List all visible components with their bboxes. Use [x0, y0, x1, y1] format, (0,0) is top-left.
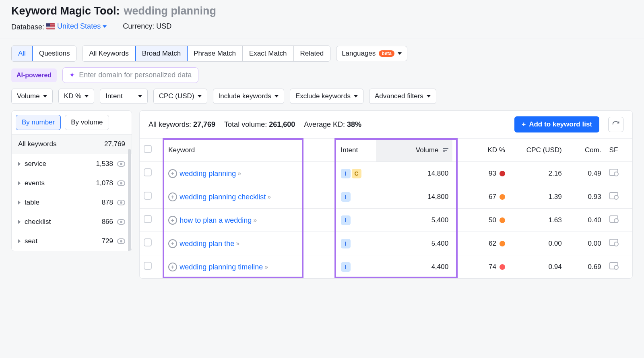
chevron-down-icon [398, 52, 402, 55]
col-cpc[interactable]: CPC (USD) [509, 139, 566, 162]
row-checkbox[interactable] [144, 168, 152, 176]
chevron-down-icon [354, 95, 358, 97]
sidebar-item-label: seat [25, 237, 98, 245]
sidebar-item-label: service [25, 160, 92, 168]
serp-icon[interactable] [609, 192, 618, 199]
sidebar-tab-by-volume[interactable]: By volume [65, 115, 109, 130]
eye-icon[interactable] [117, 161, 125, 167]
chevron-right-icon [18, 239, 21, 243]
tab-related[interactable]: Related [294, 46, 330, 61]
filter-intent[interactable]: Intent [100, 89, 148, 104]
tab-questions[interactable]: Questions [33, 46, 76, 61]
table-row: +wedding planning›› IC 14,800 93 2.16 0.… [140, 162, 632, 185]
row-checkbox[interactable] [144, 262, 152, 270]
eye-icon[interactable] [117, 200, 125, 205]
kd-difficulty-dot [500, 264, 505, 270]
sidebar-item[interactable]: service 1,538 [12, 154, 132, 174]
add-to-keyword-list-button[interactable]: + Add to keyword list [514, 116, 599, 132]
keyword-link[interactable]: wedding planning timeline [180, 263, 263, 271]
cell-kd: 50 [452, 209, 509, 232]
expand-icon[interactable]: + [168, 216, 177, 225]
cell-sf [605, 209, 632, 232]
cell-volume: 5,400 [376, 232, 452, 255]
sidebar: By number By volume All keywords 27,769 … [11, 110, 132, 251]
domain-placeholder: Enter domain for personalized data [79, 71, 192, 79]
kd-difficulty-dot [500, 194, 505, 200]
col-com[interactable]: Com. [566, 139, 605, 162]
cell-com: 0.93 [566, 185, 605, 209]
cell-volume: 14,800 [376, 162, 452, 185]
eye-icon[interactable] [117, 180, 125, 186]
filter-advanced[interactable]: Advanced filters [369, 89, 436, 104]
languages-filter[interactable]: Languages beta [336, 46, 407, 61]
us-flag-icon [46, 23, 55, 29]
filter-cpc[interactable]: CPC (USD) [153, 89, 207, 104]
table-row: +wedding planning timeline›› I 4,400 74 … [140, 255, 632, 279]
intent-badge-i: I [341, 169, 351, 178]
database-label: Database: [11, 23, 44, 31]
eye-icon[interactable] [117, 238, 125, 244]
keyword-link[interactable]: wedding planning checklist [180, 192, 266, 201]
sidebar-item[interactable]: checklist 866 [12, 212, 132, 232]
filter-volume[interactable]: Volume [11, 89, 53, 104]
sidebar-item[interactable]: seat 729 [12, 232, 132, 251]
expand-icon[interactable]: + [168, 192, 177, 201]
eye-icon[interactable] [117, 219, 125, 225]
filter-exclude[interactable]: Exclude keywords [290, 89, 363, 104]
chevron-down-icon [275, 95, 279, 97]
sidebar-item[interactable]: table 878 [12, 193, 132, 212]
serp-icon[interactable] [609, 262, 618, 269]
row-checkbox[interactable] [144, 215, 152, 223]
cell-kd: 67 [452, 185, 509, 209]
col-intent[interactable]: Intent [337, 139, 376, 162]
filter-include[interactable]: Include keywords [213, 89, 284, 104]
serp-icon[interactable] [609, 215, 618, 223]
database-selector[interactable]: Database: United States [11, 22, 107, 31]
sidebar-item-count: 729 [102, 237, 113, 245]
select-all-checkbox[interactable] [144, 145, 152, 153]
col-sf[interactable]: SF [605, 139, 632, 162]
sidebar-item[interactable]: events 1,078 [12, 174, 132, 193]
expand-icon[interactable]: + [168, 169, 177, 178]
col-keyword[interactable]: Keyword [164, 139, 336, 162]
cell-com: 0.40 [566, 209, 605, 232]
cell-intent: I [337, 185, 376, 209]
keyword-link[interactable]: wedding planning [180, 169, 236, 177]
tab-phrase-match[interactable]: Phrase Match [187, 46, 243, 61]
database-value: United States [57, 22, 101, 31]
cell-com: 0.00 [566, 232, 605, 255]
col-volume[interactable]: Volume [376, 139, 452, 162]
row-checkbox[interactable] [144, 192, 152, 200]
col-kd[interactable]: KD % [452, 139, 509, 162]
keyword-link[interactable]: how to plan a wedding [180, 216, 252, 224]
row-checkbox[interactable] [144, 238, 152, 246]
sidebar-item-label: events [25, 179, 92, 187]
sidebar-tab-by-number[interactable]: By number [16, 115, 61, 130]
match-type-group: All Keywords Broad Match Phrase Match Ex… [82, 46, 330, 62]
chevron-down-icon [103, 25, 107, 28]
sidebar-item-count: 1,078 [96, 179, 113, 187]
cell-volume: 14,800 [376, 185, 452, 209]
serp-icon[interactable] [609, 239, 618, 246]
cell-cpc: 0.94 [509, 255, 566, 279]
refresh-button[interactable] [608, 117, 623, 132]
sparkle-icon: ✦ [69, 71, 75, 79]
expand-icon[interactable]: + [168, 263, 177, 271]
tab-all-keywords[interactable]: All Keywords [83, 46, 135, 61]
refresh-icon [612, 120, 620, 128]
expand-icon[interactable]: + [168, 239, 177, 248]
tab-exact-match[interactable]: Exact Match [243, 46, 294, 61]
table-row: +wedding planning checklist›› I 14,800 6… [140, 185, 632, 209]
scrollbar[interactable] [128, 149, 131, 251]
sidebar-all-keywords[interactable]: All keywords 27,769 [12, 134, 132, 154]
domain-input[interactable]: ✦ Enter domain for personalized data [62, 67, 198, 83]
plus-icon: + [522, 120, 526, 128]
sidebar-item-count: 878 [102, 199, 113, 207]
cell-kd: 62 [452, 232, 509, 255]
keyword-link[interactable]: wedding plan the [180, 239, 234, 247]
results-panel: All keywords: 27,769 Total volume: 261,6… [139, 110, 633, 279]
tab-all[interactable]: All [11, 46, 33, 62]
filter-kd[interactable]: KD % [58, 89, 94, 104]
serp-icon[interactable] [609, 169, 618, 176]
tab-broad-match[interactable]: Broad Match [135, 46, 188, 62]
